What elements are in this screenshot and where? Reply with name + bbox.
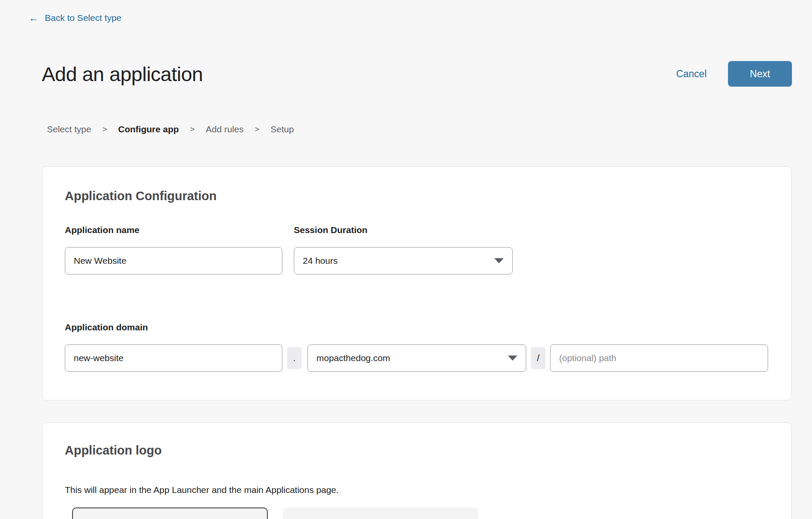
application-logo-card: Application logo This will appear in the… (42, 423, 792, 519)
breadcrumb-step-select-type[interactable]: Select type (47, 124, 91, 134)
chevron-down-icon (508, 356, 517, 361)
breadcrumb: Select type > Configure app > Add rules … (47, 124, 294, 134)
cancel-button[interactable]: Cancel (676, 68, 707, 80)
application-path-input[interactable] (550, 344, 768, 372)
application-name-label: Application name (65, 225, 139, 235)
session-duration-select[interactable]: 24 hours (294, 247, 513, 274)
domain-dot-separator: . (287, 347, 302, 369)
breadcrumb-step-add-rules[interactable]: Add rules (206, 124, 244, 134)
application-name-input[interactable] (65, 247, 282, 274)
page-title: Add an application (42, 62, 203, 86)
breadcrumb-separator: > (190, 125, 194, 134)
application-subdomain-input[interactable] (65, 344, 282, 372)
breadcrumb-step-setup[interactable]: Setup (270, 124, 294, 134)
back-link-label: Back to Select type (45, 13, 122, 23)
application-domain-value: mopacthedog.com (316, 353, 503, 363)
back-arrow-icon: ← (29, 13, 39, 23)
application-domain-select[interactable]: mopacthedog.com (307, 344, 526, 372)
logo-card-description: This will appear in the App Launcher and… (65, 485, 339, 495)
logo-option-custom[interactable] (283, 507, 478, 519)
session-duration-label: Session Duration (294, 225, 368, 235)
application-configuration-card: Application Configuration Application na… (42, 166, 792, 400)
logo-option-default[interactable] (72, 507, 268, 519)
config-card-heading: Application Configuration (65, 189, 217, 203)
domain-slash-separator: / (531, 347, 545, 369)
page-header: Add an application Cancel Next (42, 61, 792, 87)
application-domain-label: Application domain (65, 322, 148, 332)
session-duration-value: 24 hours (303, 256, 489, 266)
back-link[interactable]: ← Back to Select type (29, 13, 122, 23)
breadcrumb-step-configure-app: Configure app (118, 124, 179, 134)
breadcrumb-separator: > (102, 125, 107, 134)
next-button[interactable]: Next (728, 61, 792, 87)
breadcrumb-separator: > (255, 125, 259, 134)
chevron-down-icon (494, 258, 504, 263)
logo-card-heading: Application logo (65, 443, 162, 458)
